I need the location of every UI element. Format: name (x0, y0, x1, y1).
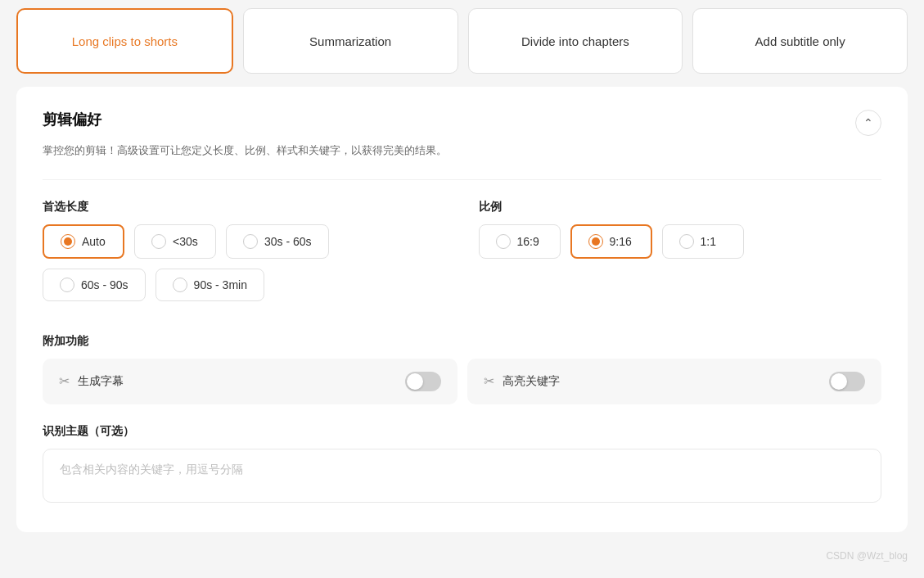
ratio-option-1-1[interactable]: 1:1 (662, 224, 744, 259)
scissors-icon-highlight: ✂ (484, 373, 494, 389)
radio-inner-ratio-9-16 (592, 237, 600, 246)
scissors-icon-subtitles: ✂ (59, 373, 70, 389)
feature-label-subtitles: 生成字幕 (78, 374, 124, 389)
toggle-highlight[interactable] (829, 372, 865, 391)
radio-circle-ratio-1-1 (679, 234, 694, 249)
length-option-60-90[interactable]: 60s - 90s (43, 269, 146, 301)
tab-divide-chapters[interactable]: Divide into chapters (468, 8, 683, 74)
option-label-lt30: <30s (173, 235, 198, 248)
radio-circle-auto (61, 234, 75, 249)
panel-description: 掌控您的剪辑！高级设置可让您定义长度、比例、样式和关键字，以获得完美的结果。 (43, 142, 881, 160)
option-label-60-90: 60s - 90s (81, 278, 128, 291)
option-label-30-60: 30s - 60s (264, 235, 312, 248)
feature-card-highlight: ✂高亮关键字 (467, 359, 882, 404)
feature-row: ✂生成字幕✂高亮关键字 (43, 359, 881, 404)
feature-card-subtitles: ✂生成字幕 (43, 359, 457, 404)
ratio-option-9-16[interactable]: 9:16 (570, 224, 652, 259)
topic-section: 识别主题（可选） (43, 424, 881, 506)
length-option-lt30[interactable]: <30s (134, 224, 216, 259)
collapse-button[interactable]: ⌃ (855, 110, 881, 136)
topic-input[interactable] (43, 449, 881, 503)
feature-left-subtitles: ✂生成字幕 (59, 373, 124, 389)
additional-section: 附加功能 ✂生成字幕✂高亮关键字 (43, 334, 881, 404)
additional-label: 附加功能 (43, 334, 881, 349)
feature-label-highlight: 高亮关键字 (503, 374, 560, 389)
length-option-30-60[interactable]: 30s - 60s (226, 224, 329, 259)
toggle-subtitles[interactable] (405, 372, 441, 391)
tab-summarization[interactable]: Summarization (243, 8, 458, 74)
option-label-ratio-1-1: 1:1 (701, 235, 716, 248)
watermark: CSDN @Wzt_blog (826, 550, 908, 562)
two-col-layout: 首选长度 Auto<30s30s - 60s 60s - 90s90s - 3m… (43, 200, 881, 311)
panel-title: 剪辑偏好 (43, 110, 101, 129)
radio-inner-auto (64, 237, 72, 246)
panel-header: 剪辑偏好 ⌃ (43, 110, 881, 136)
length-label: 首选长度 (43, 200, 446, 214)
tabs-container: Long clips to shortsSummarizationDivide … (16, 8, 908, 74)
length-options-row2: 60s - 90s90s - 3min (43, 269, 446, 301)
length-option-90-3min[interactable]: 90s - 3min (156, 269, 264, 301)
radio-circle-90-3min (173, 278, 187, 292)
option-label-auto: Auto (82, 235, 106, 248)
length-options-row1: Auto<30s30s - 60s (43, 224, 446, 259)
length-option-auto[interactable]: Auto (43, 224, 124, 259)
length-section: 首选长度 Auto<30s30s - 60s 60s - 90s90s - 3m… (43, 200, 446, 311)
ratio-section: 比例 16:99:161:1 (479, 200, 882, 311)
option-label-ratio-16-9: 16:9 (517, 235, 539, 248)
tab-add-subtitle[interactable]: Add subtitle only (692, 8, 908, 74)
radio-circle-ratio-16-9 (496, 234, 511, 249)
radio-circle-60-90 (60, 278, 74, 292)
radio-circle-ratio-9-16 (588, 234, 603, 249)
ratio-label: 比例 (479, 200, 882, 214)
tab-long-clips[interactable]: Long clips to shorts (16, 8, 233, 74)
settings-panel: 剪辑偏好 ⌃ 掌控您的剪辑！高级设置可让您定义长度、比例、样式和关键字，以获得完… (16, 87, 908, 532)
divider (43, 179, 881, 180)
ratio-option-16-9[interactable]: 16:9 (479, 224, 561, 259)
topic-label: 识别主题（可选） (43, 424, 881, 439)
option-label-90-3min: 90s - 3min (194, 278, 247, 291)
feature-left-highlight: ✂高亮关键字 (484, 373, 560, 389)
ratio-options-row: 16:99:161:1 (479, 224, 882, 259)
radio-circle-30-60 (243, 234, 258, 249)
radio-circle-lt30 (151, 234, 166, 249)
option-label-ratio-9-16: 9:16 (610, 235, 632, 248)
